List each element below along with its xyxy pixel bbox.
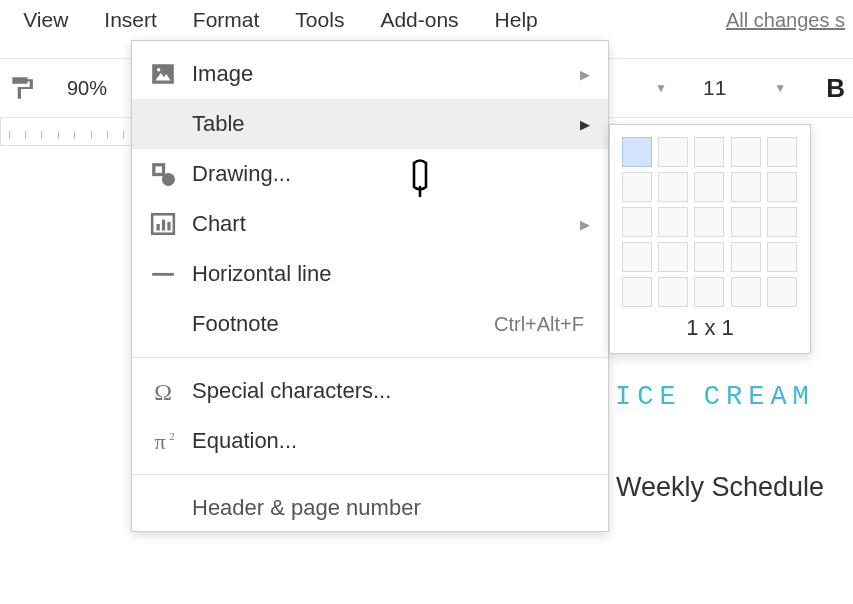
menu-tools[interactable]: Tools (277, 0, 362, 40)
table-grid-cell[interactable] (622, 137, 652, 167)
table-grid-cell[interactable] (767, 277, 797, 307)
doc-subtitle: ICE CREAM (615, 382, 815, 412)
zoom-dropdown[interactable]: 90% (42, 77, 132, 100)
table-grid-cell[interactable] (658, 242, 688, 272)
image-icon (150, 61, 176, 87)
insert-chart-label: Chart (192, 211, 584, 237)
table-size-grid[interactable] (622, 137, 798, 307)
insert-equation-item[interactable]: π 2 Equation... (132, 416, 608, 466)
paint-format-button[interactable] (0, 75, 42, 101)
svg-rect-7 (157, 224, 160, 231)
menu-divider (132, 357, 608, 358)
insert-equation-label: Equation... (192, 428, 584, 454)
chart-icon (150, 211, 176, 237)
svg-rect-4 (155, 166, 162, 173)
insert-footnote-shortcut: Ctrl+Alt+F (494, 313, 584, 336)
bold-button[interactable]: B (826, 73, 853, 104)
insert-table-item[interactable]: Table ▶ (132, 99, 608, 149)
font-family-dropdown-arrow-icon[interactable]: ▼ (655, 81, 667, 95)
svg-rect-10 (152, 273, 174, 276)
menu-divider (132, 474, 608, 475)
insert-header-page-number-item[interactable]: Header & page number (132, 483, 608, 523)
svg-point-2 (157, 68, 160, 71)
insert-drawing-item[interactable]: Drawing... (132, 149, 608, 199)
insert-menu-dropdown: Image ▶ Table ▶ Drawing... Chart ▶ (131, 40, 609, 532)
insert-header-label: Header & page number (192, 495, 584, 521)
table-size-flyout: 1 x 1 (609, 124, 811, 354)
table-grid-cell[interactable] (731, 242, 761, 272)
table-grid-cell[interactable] (658, 207, 688, 237)
insert-image-label: Image (192, 61, 584, 87)
table-grid-cell[interactable] (694, 172, 724, 202)
omega-icon: Ω (150, 378, 176, 404)
all-changes-saved-link[interactable]: All changes s (726, 9, 845, 32)
table-grid-cell[interactable] (731, 277, 761, 307)
insert-special-characters-item[interactable]: Ω Special characters... (132, 366, 608, 416)
table-grid-cell[interactable] (622, 207, 652, 237)
table-grid-cell[interactable] (658, 137, 688, 167)
table-grid-cell[interactable] (694, 137, 724, 167)
menu-insert[interactable]: Insert (86, 0, 175, 40)
submenu-arrow-icon: ▶ (580, 117, 590, 132)
pi-icon: π 2 (150, 428, 178, 454)
menu-addons[interactable]: Add-ons (362, 0, 476, 40)
svg-rect-8 (162, 220, 165, 231)
table-grid-cell[interactable] (622, 242, 652, 272)
submenu-arrow-icon: ▶ (580, 67, 590, 82)
doc-heading: Weekly Schedule (616, 472, 824, 503)
insert-special-label: Special characters... (192, 378, 584, 404)
insert-footnote-label: Footnote (192, 311, 494, 337)
table-grid-cell[interactable] (731, 137, 761, 167)
submenu-arrow-icon: ▶ (580, 217, 590, 232)
table-grid-cell[interactable] (767, 242, 797, 272)
svg-rect-0 (152, 64, 174, 84)
insert-hline-label: Horizontal line (192, 261, 584, 287)
table-grid-cell[interactable] (731, 207, 761, 237)
svg-text:π: π (154, 429, 165, 454)
insert-drawing-label: Drawing... (192, 161, 584, 187)
insert-chart-item[interactable]: Chart ▶ (132, 199, 608, 249)
horizontal-line-icon (150, 261, 176, 287)
paint-format-icon (8, 75, 34, 101)
insert-image-item[interactable]: Image ▶ (132, 49, 608, 99)
svg-text:2: 2 (169, 430, 175, 442)
menu-view[interactable]: View (5, 0, 86, 40)
table-grid-cell[interactable] (731, 172, 761, 202)
menubar: lit View Insert Format Tools Add-ons Hel… (0, 0, 853, 40)
table-grid-cell[interactable] (658, 172, 688, 202)
insert-table-label: Table (192, 111, 584, 137)
table-grid-cell[interactable] (622, 277, 652, 307)
table-grid-cell[interactable] (658, 277, 688, 307)
table-grid-cell[interactable] (767, 207, 797, 237)
table-grid-cell[interactable] (694, 242, 724, 272)
menu-format[interactable]: Format (175, 0, 278, 40)
insert-footnote-item[interactable]: Footnote Ctrl+Alt+F (132, 299, 608, 349)
table-grid-cell[interactable] (622, 172, 652, 202)
drawing-icon (150, 161, 176, 187)
font-size-dropdown-arrow-icon[interactable]: ▼ (774, 81, 786, 95)
svg-text:Ω: Ω (154, 379, 172, 404)
table-grid-cell[interactable] (767, 172, 797, 202)
table-size-label: 1 x 1 (622, 315, 798, 341)
table-grid-cell[interactable] (767, 137, 797, 167)
font-size-input[interactable]: 11 (667, 76, 762, 100)
svg-point-5 (162, 173, 175, 186)
insert-horizontal-line-item[interactable]: Horizontal line (132, 249, 608, 299)
table-grid-cell[interactable] (694, 207, 724, 237)
ruler[interactable] (0, 118, 132, 146)
table-grid-cell[interactable] (694, 277, 724, 307)
menu-help[interactable]: Help (477, 0, 556, 40)
svg-rect-9 (167, 222, 170, 231)
